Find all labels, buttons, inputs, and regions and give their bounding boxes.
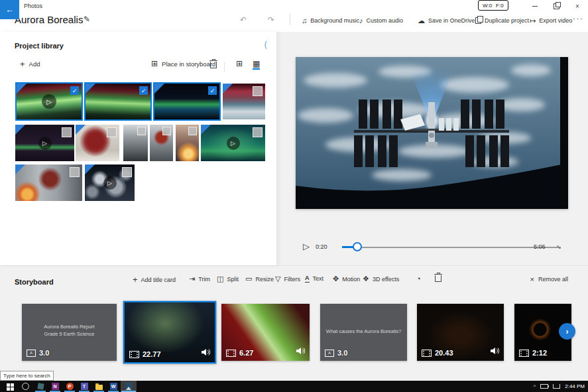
- back-arrow-icon: ←: [5, 5, 14, 15]
- view-toggle-grid[interactable]: ▦: [253, 60, 260, 70]
- remove-all-button[interactable]: × Remove all: [530, 275, 568, 283]
- clip-duration: 22.77: [143, 350, 161, 358]
- seek-bar-thumb[interactable]: [353, 242, 362, 251]
- plus-icon: +: [133, 275, 138, 284]
- tray-expand-chevron-icon[interactable]: ^: [533, 383, 536, 389]
- checkbox-checked[interactable]: ✓: [208, 86, 217, 95]
- taskbar-app-file-explorer[interactable]: [91, 381, 106, 392]
- speaker-icon[interactable]: [491, 345, 499, 357]
- checkbox-unchecked[interactable]: [70, 167, 80, 177]
- resize-icon: ▭: [245, 275, 252, 283]
- current-time: 0:20: [316, 243, 327, 250]
- clip-duration: 3.0: [337, 349, 347, 357]
- windows-logo-icon: [7, 383, 10, 387]
- taskbar-app-1[interactable]: [33, 381, 48, 392]
- storyboard-clip-title-card-4[interactable]: What causes the Aurora Borealis? A 3.0: [320, 304, 407, 361]
- place-in-storyboard-icon: ⊞: [151, 60, 158, 68]
- duplicate-project-button[interactable]: Duplicate project: [475, 15, 529, 26]
- add-button[interactable]: + Add: [20, 60, 40, 68]
- add-label: Add: [29, 60, 40, 68]
- effects-3d-button[interactable]: ❖ 3D effects: [363, 275, 399, 283]
- taskbar-app-photos-active[interactable]: [121, 381, 137, 392]
- library-thumbnail-video-3[interactable]: ✓: [154, 84, 219, 119]
- teams-icon: T: [81, 383, 88, 390]
- save-onedrive-button[interactable]: ☁ Save in OneDrive: [418, 15, 475, 26]
- split-icon: ◫: [217, 275, 223, 283]
- checkbox-unchecked[interactable]: [62, 127, 72, 137]
- storyboard-clip-video-2-selected[interactable]: 22.77: [123, 301, 216, 363]
- checkbox-unchecked[interactable]: [137, 127, 146, 135]
- start-button[interactable]: [3, 381, 17, 392]
- library-thumbnail-photo-6[interactable]: [76, 125, 119, 161]
- storyboard-clip-video-5[interactable]: 20.43: [417, 304, 504, 361]
- cortana-button[interactable]: [19, 381, 32, 392]
- motion-button[interactable]: ✥ Motion: [333, 275, 360, 283]
- checkbox-unchecked[interactable]: [162, 127, 171, 135]
- library-thumbnail-video-2[interactable]: ✓: [86, 84, 150, 119]
- video-preview[interactable]: [296, 57, 568, 209]
- speaker-icon[interactable]: [296, 345, 305, 357]
- storyboard-clip-video-3[interactable]: 6.27: [221, 304, 310, 361]
- taskbar-app-teams[interactable]: T: [77, 381, 91, 392]
- undo-button[interactable]: ↶: [240, 15, 247, 25]
- debug-badge: W:0 F:0: [478, 0, 508, 11]
- storyboard-scroll-right-button[interactable]: ›: [559, 323, 575, 340]
- taskbar-clock[interactable]: 2:44 PM: [565, 383, 585, 389]
- resize-button[interactable]: ▭ Resize: [245, 275, 274, 283]
- taskbar-app-word[interactable]: W: [106, 381, 121, 392]
- add-title-card-button[interactable]: + Add title card: [133, 275, 176, 284]
- restore-button[interactable]: [546, 0, 567, 12]
- trim-label: Trim: [198, 276, 210, 283]
- battery-icon[interactable]: [540, 384, 548, 389]
- custom-audio-icon: ♪: [359, 17, 363, 25]
- filters-button[interactable]: ▽ Filters: [275, 275, 300, 283]
- library-thumbnail-photo-4[interactable]: [223, 84, 265, 119]
- library-thumbnail-photo-9[interactable]: [176, 125, 199, 161]
- export-video-button[interactable]: ↦ Export video: [530, 15, 572, 26]
- back-button[interactable]: ←: [0, 0, 19, 19]
- speed-button[interactable]: ◔: [416, 275, 421, 283]
- checkbox-unchecked[interactable]: [253, 86, 263, 96]
- checkbox-unchecked[interactable]: [253, 127, 263, 137]
- checkbox-checked[interactable]: ✓: [70, 86, 79, 95]
- library-thumbnail-video-5[interactable]: ▷: [15, 125, 74, 161]
- preview-play-button[interactable]: ▷: [303, 241, 310, 251]
- background-music-button[interactable]: ♫ Background music: [302, 15, 359, 26]
- checkbox-unchecked[interactable]: [122, 167, 132, 177]
- project-library-title: Project library: [15, 42, 64, 50]
- tile-plus-icon: ⊞: [236, 60, 243, 68]
- play-overlay-icon: ▷: [38, 137, 52, 150]
- trim-button[interactable]: ⇥ Trim: [189, 275, 210, 283]
- split-button[interactable]: ◫ Split: [217, 275, 239, 283]
- network-icon[interactable]: [553, 384, 560, 389]
- view-toggle-add-tile[interactable]: ⊞: [236, 60, 243, 68]
- edit-title-icon[interactable]: ✎: [84, 15, 90, 24]
- library-thumbnail-photo-7[interactable]: [123, 125, 148, 161]
- taskbar-app-onenote[interactable]: N: [48, 381, 62, 392]
- seek-bar-track[interactable]: [342, 247, 561, 248]
- text-button[interactable]: A Text: [305, 275, 323, 283]
- powerpoint-icon: P: [66, 383, 74, 390]
- delete-clip-button[interactable]: [435, 275, 441, 282]
- library-thumbnail-photo-11[interactable]: [15, 164, 82, 201]
- delete-selected-button[interactable]: [210, 60, 217, 68]
- place-in-storyboard-button[interactable]: ⊞ Place in storyboard: [151, 60, 215, 68]
- taskbar-app-powerpoint[interactable]: P: [62, 381, 77, 392]
- collapse-panel-chevron[interactable]: ⟨: [264, 40, 267, 50]
- checkbox-unchecked[interactable]: [107, 127, 117, 137]
- custom-audio-button[interactable]: ♪ Custom audio: [359, 15, 403, 26]
- window-controls: ×: [524, 0, 588, 12]
- storyboard-clip-title-card-1[interactable]: Aurora Borealis Report Grade 5 Earth Sci…: [22, 304, 117, 361]
- minimize-button[interactable]: [524, 0, 546, 12]
- redo-button[interactable]: ↷: [268, 15, 274, 25]
- checkbox-unchecked[interactable]: [188, 127, 197, 135]
- library-thumbnail-video-1[interactable]: ▷ ✓: [17, 84, 82, 119]
- library-thumbnail-photo-8[interactable]: [150, 125, 173, 161]
- library-thumbnail-video-12[interactable]: ▷: [85, 164, 135, 201]
- close-button[interactable]: ×: [567, 0, 588, 12]
- search-tooltip: Type here to search: [0, 371, 54, 381]
- library-thumbnail-video-10[interactable]: ▷: [201, 125, 265, 161]
- more-options-button[interactable]: ···: [573, 15, 584, 23]
- checkbox-checked[interactable]: ✓: [139, 86, 148, 95]
- speaker-icon[interactable]: [202, 346, 210, 358]
